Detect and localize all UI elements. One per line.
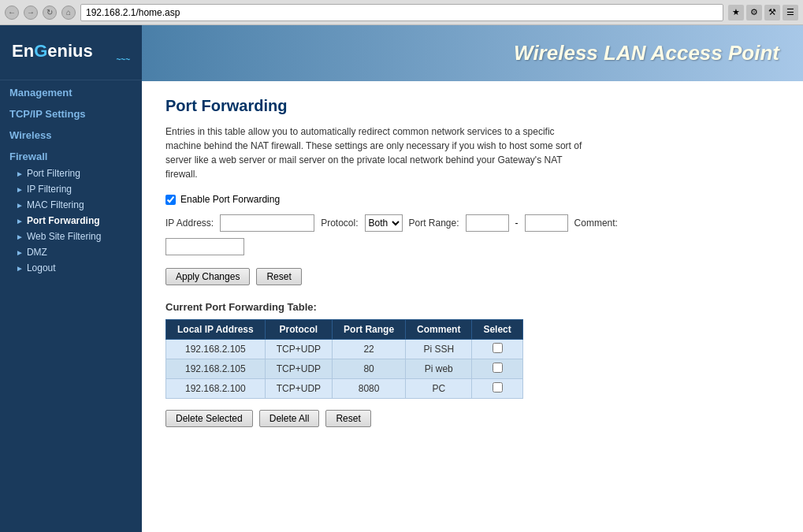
port-end-input[interactable]	[525, 214, 568, 232]
logo-signal: ~~~	[12, 55, 130, 64]
comment-label: Comment:	[574, 218, 618, 229]
cell-port-2: 8080	[333, 379, 406, 399]
sidebar-item-port-forwarding[interactable]: ► Port Forwarding	[0, 213, 142, 229]
extension-icon[interactable]: ⚒	[764, 5, 780, 20]
table-row: 192.168.2.105 TCP+UDP 22 Pi SSH	[166, 340, 523, 359]
cell-port-1: 80	[333, 359, 406, 379]
port-range-label: Port Range:	[409, 218, 459, 229]
port-separator: -	[515, 218, 519, 229]
row-checkbox-2[interactable]	[493, 382, 503, 392]
protocol-label: Protocol:	[321, 218, 358, 229]
sidebar-item-web-site-filtering[interactable]: ► Web Site Filtering	[0, 229, 142, 244]
reset-button[interactable]: Reset	[256, 268, 301, 285]
home-button[interactable]: ⌂	[61, 6, 76, 20]
sidebar-item-dmz[interactable]: ► DMZ	[0, 244, 142, 260]
protocol-select[interactable]: Both TCP UDP	[365, 214, 403, 232]
arrow-icon: ►	[16, 248, 24, 257]
address-bar[interactable]	[80, 4, 723, 21]
page-title: Port Forwarding	[165, 97, 779, 115]
col-comment: Comment	[406, 320, 472, 340]
sidebar-item-port-filtering[interactable]: ► Port Filtering	[0, 166, 142, 181]
browser-chrome: ← → ↻ ⌂ ★ ⚙ ⚒ ☰	[0, 0, 803, 25]
enable-row: Enable Port Forwarding	[165, 194, 779, 205]
cell-ip-0: 192.168.2.105	[166, 340, 266, 359]
ip-address-label: IP Address:	[165, 218, 214, 229]
sidebar-item-ip-filtering[interactable]: ► IP Filtering	[0, 181, 142, 197]
row-checkbox-1[interactable]	[493, 363, 503, 373]
cell-protocol-2: TCP+UDP	[265, 379, 332, 399]
col-protocol: Protocol	[265, 320, 332, 340]
bookmark-icon[interactable]: ★	[728, 5, 744, 20]
header: Wireless LAN Access Point	[142, 25, 803, 81]
sidebar-item-management[interactable]: Management	[0, 80, 142, 102]
arrow-icon: ►	[16, 217, 24, 225]
bottom-buttons: Delete Selected Delete All Reset	[165, 410, 779, 427]
page-wrapper: EnGenius ~~~ Management TCP/IP Settings …	[0, 25, 803, 532]
cell-comment-1: Pi web	[406, 359, 472, 379]
browser-toolbar: ★ ⚙ ⚒ ☰	[728, 5, 798, 20]
sidebar-item-mac-filtering[interactable]: ► MAC Filtering	[0, 197, 142, 213]
reload-button[interactable]: ↻	[43, 6, 57, 20]
main-content: Wireless LAN Access Point Port Forwardin…	[142, 25, 803, 532]
col-select: Select	[472, 320, 522, 340]
form-section: Enable Port Forwarding IP Address: Proto…	[165, 194, 779, 255]
menu-icon[interactable]: ☰	[783, 5, 798, 20]
arrow-icon: ►	[16, 201, 24, 210]
arrow-icon: ►	[16, 264, 24, 273]
logo: EnGenius ~~~	[12, 41, 130, 64]
fields-row: IP Address: Protocol: Both TCP UDP Port …	[165, 214, 779, 232]
delete-all-button[interactable]: Delete All	[259, 410, 320, 427]
cell-ip-2: 192.168.2.100	[166, 379, 266, 399]
ip-address-input[interactable]	[220, 214, 314, 232]
cell-comment-0: Pi SSH	[406, 340, 472, 359]
comment-row	[165, 238, 779, 255]
logo-area: EnGenius ~~~	[0, 25, 142, 80]
bottom-reset-button[interactable]: Reset	[325, 410, 370, 427]
cell-select-2[interactable]	[472, 379, 522, 399]
cell-protocol-0: TCP+UDP	[265, 340, 332, 359]
cell-select-0[interactable]	[472, 340, 522, 359]
port-forwarding-table: Local IP Address Protocol Port Range Com…	[165, 319, 523, 399]
refresh-icon[interactable]: ⚙	[746, 5, 762, 20]
row-checkbox-0[interactable]	[493, 343, 503, 353]
col-local-ip: Local IP Address	[166, 320, 266, 340]
enable-label: Enable Port Forwarding	[180, 194, 280, 205]
table-title: Current Port Forwarding Table:	[165, 301, 779, 313]
cell-protocol-1: TCP+UDP	[265, 359, 332, 379]
apply-changes-button[interactable]: Apply Changes	[165, 268, 250, 285]
sidebar: EnGenius ~~~ Management TCP/IP Settings …	[0, 25, 142, 532]
action-buttons: Apply Changes Reset	[165, 268, 779, 285]
sidebar-item-wireless[interactable]: Wireless	[0, 123, 142, 144]
table-row: 192.168.2.105 TCP+UDP 80 Pi web	[166, 359, 523, 379]
sidebar-item-firewall[interactable]: Firewall	[0, 144, 142, 166]
table-row: 192.168.2.100 TCP+UDP 8080 PC	[166, 379, 523, 399]
col-port-range: Port Range	[333, 320, 406, 340]
header-title: Wireless LAN Access Point	[514, 41, 779, 65]
cell-port-0: 22	[333, 340, 406, 359]
enable-checkbox[interactable]	[165, 195, 176, 205]
sidebar-item-logout[interactable]: ► Logout	[0, 260, 142, 276]
back-button[interactable]: ←	[5, 6, 19, 20]
page-description: Entries in this table allow you to autom…	[165, 125, 591, 181]
arrow-icon: ►	[16, 185, 24, 194]
port-start-input[interactable]	[466, 214, 509, 232]
forward-button[interactable]: →	[24, 6, 38, 20]
cell-ip-1: 192.168.2.105	[166, 359, 266, 379]
cell-select-1[interactable]	[472, 359, 522, 379]
cell-comment-2: PC	[406, 379, 472, 399]
comment-input[interactable]	[165, 238, 244, 255]
delete-selected-button[interactable]: Delete Selected	[165, 410, 253, 427]
content-area: Port Forwarding Entries in this table al…	[142, 81, 803, 532]
arrow-icon: ►	[16, 169, 24, 178]
arrow-icon: ►	[16, 233, 24, 241]
sidebar-item-tcpip[interactable]: TCP/IP Settings	[0, 102, 142, 123]
